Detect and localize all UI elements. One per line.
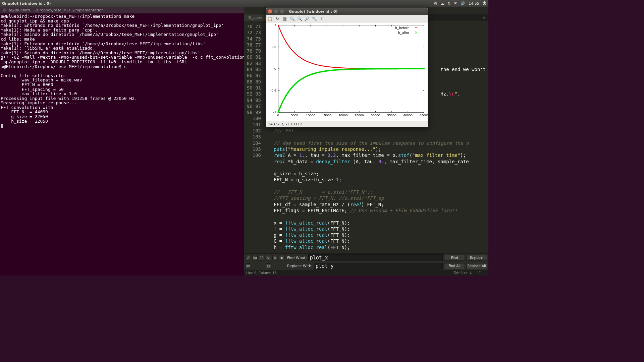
editor-status-bar: Line 9, Column 18 Tab Size: 4 C++ — [244, 270, 488, 276]
replace-all-button[interactable]: Replace All — [466, 263, 487, 269]
svg-text:-0.5: -0.5 — [270, 88, 276, 92]
svg-text:5000: 5000 — [291, 113, 299, 117]
plot-canvas[interactable]: -1-0.500.51 0500010000150002000025000300… — [266, 22, 428, 121]
in-selection-toggle[interactable]: ▭ — [272, 255, 278, 260]
gnuplot-title: Gnuplot (window id : 0) — [289, 9, 338, 14]
svg-text:0.5: 0.5 — [272, 45, 276, 49]
gnuplot-titlebar[interactable]: Gnuplot (window id : 0) — [266, 8, 428, 15]
line-number-gutter: 70 71 72 73 74 75 76 77 78 79 80 81 82 8… — [244, 23, 264, 253]
system-top-panel: Gnuplot (window id : 0) Pt ☁ ⇅ ✉ 🔊 14:55… — [0, 0, 488, 7]
highlight-toggle[interactable]: ◉ — [279, 255, 284, 260]
terminal-tab-icon — [3, 8, 6, 12]
svg-text:0: 0 — [274, 67, 276, 70]
find-input[interactable] — [308, 254, 443, 261]
find-replace-bar: .* Aa "" ↻ ▭ ◉ Find What: Find Replace A… — [244, 253, 488, 270]
regex-toggle[interactable]: .* — [246, 255, 251, 260]
case-toggle[interactable]: Aa — [252, 255, 258, 260]
terminal-tab[interactable]: a@Bluebird: ~/Dropbox/tese_MEFT/implemen… — [0, 7, 244, 13]
active-window-title: Gnuplot (window id : 0) — [2, 1, 434, 6]
power-icon[interactable]: ⏻ — [483, 1, 486, 6]
terminal-panel: a@Bluebird: ~/Dropbox/tese_MEFT/implemen… — [0, 7, 244, 276]
svg-text:25000: 25000 — [355, 113, 364, 117]
legend-marker-x: × — [415, 30, 418, 35]
preserve-case-toggle[interactable]: Ab — [246, 263, 251, 269]
svg-text:15000: 15000 — [322, 113, 332, 117]
svg-text:45000: 45000 — [420, 113, 428, 117]
wrap-toggle[interactable]: ↻ — [266, 255, 271, 260]
autoscale-icon[interactable]: 🔎 — [304, 16, 310, 21]
svg-text:1: 1 — [274, 23, 276, 27]
svg-text:20000: 20000 — [338, 113, 348, 117]
legend-marker-plus: + — [415, 25, 418, 30]
sync-icon[interactable]: ⇅ — [448, 1, 451, 6]
system-tray: Pt ☁ ⇅ ✉ 🔊 14:55 ⏻ — [434, 1, 486, 6]
window-minimize-icon[interactable] — [274, 9, 278, 13]
config-icon[interactable]: 🔧 — [312, 16, 317, 21]
curve-h-after — [278, 69, 424, 112]
svg-text:0: 0 — [277, 113, 279, 117]
help-icon[interactable]: ? — [319, 16, 324, 21]
window-maximize-icon[interactable] — [280, 9, 284, 13]
keyboard-indicator-icon[interactable]: Pt — [434, 1, 437, 6]
replace-input[interactable] — [314, 263, 443, 269]
gnuplot-toolbar: 📋 ↻ ▦ 🔍 🔍 🔎 🔧 ? — [266, 15, 428, 22]
svg-text:30000: 30000 — [371, 113, 380, 117]
clock[interactable]: 14:55 — [469, 1, 479, 6]
svg-text:40000: 40000 — [403, 113, 413, 117]
refresh-icon[interactable]: ↻ — [275, 16, 280, 21]
syntax-mode[interactable]: C++ — [478, 271, 486, 275]
find-all-button[interactable]: Find All — [444, 263, 465, 269]
copy-icon[interactable]: 📋 — [267, 16, 273, 21]
replace-button[interactable]: Replace — [466, 255, 487, 261]
gnuplot-window[interactable]: Gnuplot (window id : 0) 📋 ↻ ▦ 🔍 🔍 🔎 🔧 ? … — [266, 7, 428, 127]
svg-text:35000: 35000 — [387, 113, 396, 117]
editor-tab-close-icon[interactable]: × — [480, 14, 488, 21]
find-label: Find What: — [287, 256, 307, 260]
tab-size[interactable]: Tab Size: 4 — [454, 271, 472, 275]
svg-text:10000: 10000 — [306, 113, 315, 117]
word-toggle[interactable]: "" — [259, 255, 264, 260]
mail-icon[interactable]: ✉ — [454, 1, 457, 6]
cursor-position: Line 9, Column 18 — [246, 271, 277, 275]
replace-label: Replace With: — [287, 264, 313, 268]
window-close-icon[interactable] — [268, 9, 272, 13]
terminal-tab-title: a@Bluebird: ~/Dropbox/tese_MEFT/implemen… — [9, 8, 104, 12]
terminal-output[interactable]: a@Bluebird:~/Dropbox/tese_MEFT/implement… — [0, 13, 244, 129]
cloud-icon[interactable]: ☁ — [441, 1, 444, 6]
context-toggle[interactable]: ▢ — [266, 263, 271, 269]
volume-icon[interactable]: 🔊 — [461, 1, 465, 6]
find-button[interactable]: Find — [444, 255, 465, 261]
zoom-prev-icon[interactable]: 🔍 — [289, 16, 295, 21]
svg-text:-1: -1 — [273, 110, 276, 114]
legend-h-after: h_after — [398, 31, 410, 35]
legend-h-before: h_before — [395, 26, 410, 30]
grid-icon[interactable]: ▦ — [282, 16, 287, 21]
plot-coords: 24337.3, -1.13112 — [266, 121, 428, 127]
zoom-next-icon[interactable]: 🔍 — [297, 16, 302, 21]
